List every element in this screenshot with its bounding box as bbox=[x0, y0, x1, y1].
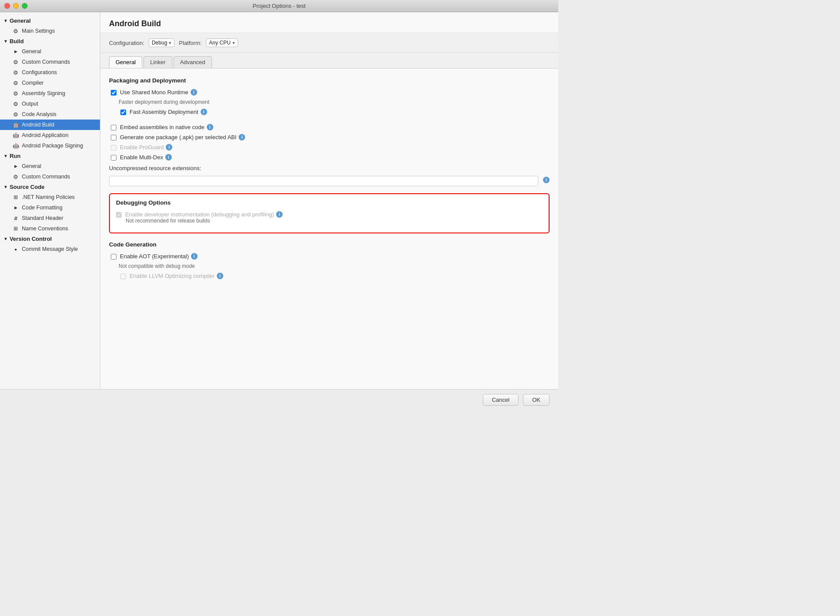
sidebar-item-android-application[interactable]: Android Application bbox=[0, 130, 100, 140]
tab-advanced[interactable]: Advanced bbox=[174, 56, 212, 68]
code-generation-section-title: Code Generation bbox=[109, 241, 550, 248]
title-bar: Project Options - test bbox=[0, 0, 558, 12]
sidebar-item-android-build[interactable]: Android Build bbox=[0, 120, 100, 130]
dev-instrumentation-info-icon[interactable]: i bbox=[276, 211, 283, 218]
sidebar-item-label: Output bbox=[22, 101, 38, 107]
sidebar-section-build[interactable]: ▼ Build bbox=[0, 36, 100, 46]
arrow-icon bbox=[12, 48, 19, 55]
sidebar-item-run-general[interactable]: General bbox=[0, 161, 100, 171]
sidebar-section-general[interactable]: ▼ General bbox=[0, 16, 100, 26]
sidebar-section-version-control[interactable]: ▼ Version Control bbox=[0, 234, 100, 244]
sidebar-item-main-settings[interactable]: Main Settings bbox=[0, 26, 100, 36]
sidebar-item-label: Commit Message Style bbox=[22, 246, 78, 252]
proguard-checkbox[interactable] bbox=[111, 145, 116, 151]
shared-mono-info-icon[interactable]: i bbox=[191, 89, 197, 96]
fast-assembly-info-icon[interactable]: i bbox=[201, 109, 207, 115]
maximize-button[interactable] bbox=[22, 3, 27, 9]
configuration-select[interactable]: Debug bbox=[149, 38, 174, 47]
platform-label: Platform: bbox=[179, 40, 201, 46]
gear-icon bbox=[12, 27, 19, 34]
window-controls[interactable] bbox=[4, 3, 27, 9]
sidebar-item-label: Android Package Signing bbox=[22, 143, 83, 149]
one-package-label: Generate one package (.apk) per selected… bbox=[120, 134, 236, 140]
dev-instrumentation-sublabel: Not recommended for release builds bbox=[126, 218, 543, 224]
uncompressed-info-icon[interactable]: i bbox=[543, 177, 550, 183]
content-body: Packaging and Deployment Use Shared Mono… bbox=[100, 68, 558, 389]
android-icon bbox=[12, 121, 19, 128]
one-package-info-icon[interactable]: i bbox=[239, 134, 245, 140]
sidebar-item-compiler[interactable]: Compiler bbox=[0, 78, 100, 88]
aot-checkbox[interactable] bbox=[111, 254, 116, 260]
sidebar-item-build-general[interactable]: General bbox=[0, 46, 100, 57]
android-icon bbox=[12, 132, 19, 139]
embed-assemblies-label: Embed assemblies in native code bbox=[120, 124, 205, 130]
sidebar-item-name-conventions[interactable]: Name Conventions bbox=[0, 223, 100, 234]
uncompressed-input-row: i bbox=[109, 173, 550, 186]
arrow-down-icon: ▼ bbox=[3, 236, 8, 241]
cancel-button[interactable]: Cancel bbox=[483, 394, 519, 406]
sidebar-item-code-formatting[interactable]: Code Formatting bbox=[0, 202, 100, 213]
gear-icon bbox=[12, 90, 19, 97]
sidebar-section-run[interactable]: ▼ Run bbox=[0, 151, 100, 161]
llvm-checkbox[interactable] bbox=[120, 274, 126, 279]
hash-icon bbox=[12, 215, 19, 222]
chevron-down-icon bbox=[232, 40, 235, 46]
multidex-checkbox[interactable] bbox=[111, 155, 116, 161]
sidebar-item-label: Android Build bbox=[22, 122, 54, 128]
minimize-button[interactable] bbox=[13, 3, 19, 9]
fast-assembly-checkbox[interactable] bbox=[120, 110, 126, 115]
sidebar-section-label: Build bbox=[10, 38, 24, 44]
aot-info-icon[interactable]: i bbox=[191, 253, 198, 260]
debugging-section-title: Debugging Options bbox=[116, 199, 543, 206]
sidebar-item-code-analysis[interactable]: Code Analysis bbox=[0, 109, 100, 120]
sidebar-item-label: Compiler bbox=[22, 80, 44, 86]
sidebar-item-commit-message[interactable]: Commit Message Style bbox=[0, 244, 100, 254]
option-aot: Enable AOT (Experimental) i bbox=[109, 253, 550, 260]
sidebar-item-net-naming[interactable]: .NET Naming Policies bbox=[0, 192, 100, 202]
sidebar-item-label: Custom Commands bbox=[22, 174, 70, 180]
tab-general[interactable]: General bbox=[109, 56, 142, 68]
shared-mono-label: Use Shared Mono Runtime bbox=[120, 89, 188, 96]
sidebar-item-output[interactable]: Output bbox=[0, 99, 100, 109]
llvm-info-icon[interactable]: i bbox=[217, 273, 223, 279]
option-dev-instrumentation: Enable developer instrumentation (debugg… bbox=[116, 211, 543, 218]
gear-icon bbox=[12, 69, 19, 76]
proguard-info-icon[interactable]: i bbox=[166, 144, 172, 151]
ok-button[interactable]: OK bbox=[523, 394, 550, 406]
sidebar-item-label: Android Application bbox=[22, 132, 68, 138]
sidebar-section-source-code[interactable]: ▼ Source Code bbox=[0, 182, 100, 192]
sidebar-section-label: Run bbox=[10, 153, 20, 159]
content-title: Android Build bbox=[109, 19, 161, 28]
close-button[interactable] bbox=[4, 3, 10, 9]
aot-sublabel: Not compatible with debug mode bbox=[119, 263, 550, 269]
sidebar-item-label: Configurations bbox=[22, 69, 57, 75]
sidebar-item-run-custom-commands[interactable]: Custom Commands bbox=[0, 171, 100, 182]
sidebar-item-android-package-signing[interactable]: Android Package Signing bbox=[0, 140, 100, 151]
arrow-down-icon: ▼ bbox=[3, 39, 8, 44]
sidebar-item-custom-commands[interactable]: Custom Commands bbox=[0, 57, 100, 67]
multidex-info-icon[interactable]: i bbox=[165, 154, 172, 161]
sidebar-item-standard-header[interactable]: Standard Header bbox=[0, 213, 100, 223]
arrow-icon bbox=[12, 204, 19, 211]
option-shared-mono: Use Shared Mono Runtime i bbox=[109, 89, 550, 96]
multidex-label: Enable Multi-Dex bbox=[120, 154, 163, 161]
shared-mono-sublabel: Faster deployment during development bbox=[119, 99, 550, 105]
sidebar-item-configurations[interactable]: Configurations bbox=[0, 67, 100, 78]
embed-assemblies-checkbox[interactable] bbox=[111, 125, 116, 130]
aot-label: Enable AOT (Experimental) bbox=[120, 253, 189, 260]
gear-icon bbox=[12, 79, 19, 86]
uncompressed-input[interactable] bbox=[109, 176, 538, 186]
sidebar-item-assembly-signing[interactable]: Assembly Signing bbox=[0, 88, 100, 99]
platform-select[interactable]: Any CPU bbox=[206, 38, 238, 47]
shared-mono-checkbox[interactable] bbox=[111, 90, 116, 96]
chevron-down-icon bbox=[169, 40, 171, 46]
option-one-package: Generate one package (.apk) per selected… bbox=[109, 134, 550, 140]
one-package-checkbox[interactable] bbox=[111, 135, 116, 140]
packaging-section-title: Packaging and Deployment bbox=[109, 77, 550, 84]
arrow-down-icon: ▼ bbox=[3, 154, 8, 158]
embed-assemblies-info-icon[interactable]: i bbox=[207, 124, 213, 130]
sidebar-item-label: General bbox=[22, 48, 41, 55]
dev-instrumentation-checkbox[interactable] bbox=[116, 212, 122, 218]
tab-linker[interactable]: Linker bbox=[143, 56, 172, 68]
gear-icon bbox=[12, 111, 19, 118]
